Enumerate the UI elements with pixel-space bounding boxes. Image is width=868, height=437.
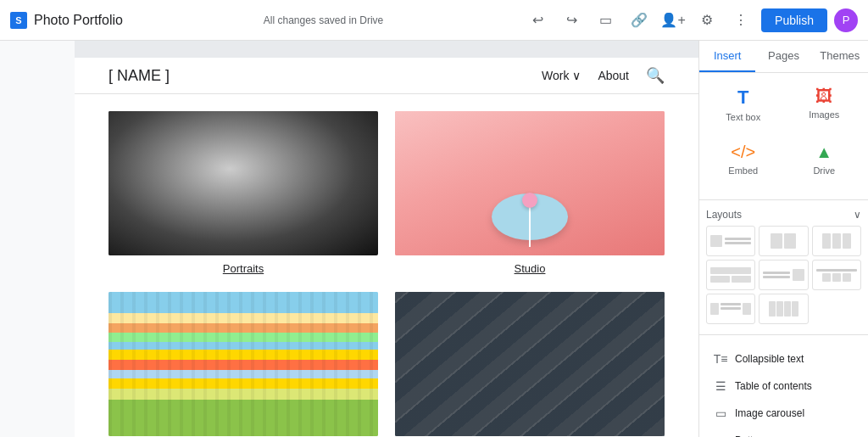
toc-icon: ☰ [713,379,728,393]
list-item-table-of-contents[interactable]: ☰ Table of contents [706,373,861,400]
photo-label-portraits[interactable]: Portraits [223,262,264,275]
layout-option-8[interactable] [759,294,808,324]
layout-img-a [822,233,831,249]
layout-img-2 [784,233,796,249]
photo-box-parking[interactable] [395,292,665,436]
nav-item-work[interactable]: Work ∨ [542,69,581,82]
insert-text-box[interactable]: T Text box [706,80,781,129]
layout-img-right [793,269,804,281]
collapsible-text-label: Collapsible text [735,353,804,365]
layout-sm-line-2 [721,307,741,310]
layout-option-3[interactable] [812,226,861,256]
list-item-collapsible-text[interactable]: T≡ Collapsible text [706,345,861,373]
layout-full [710,267,751,274]
site-search-icon[interactable]: 🔍 [646,66,665,85]
layout-4col-4 [792,301,798,317]
user-avatar[interactable]: P [834,8,858,32]
photo-box-building[interactable] [108,292,378,436]
app-title: Photo Portfolio [34,13,123,28]
topbar-center: All changes saved in Drive [130,14,517,26]
photo-box-portraits[interactable] [108,111,378,255]
layout-img-c [843,233,851,249]
drive-icon: ▲ [815,143,832,162]
more-button[interactable]: ⋮ [727,7,754,34]
layout-line [725,238,751,240]
lollipop-ball [522,193,537,208]
layout-option-4[interactable] [706,260,755,290]
layout-sm-img-2 [743,303,751,315]
app-logo: S Photo Portfolio [10,12,123,29]
layout-half-1 [710,276,730,283]
list-item-image-carousel[interactable]: ▭ Image carousel [706,400,861,427]
nav-about-label: About [598,69,629,82]
tab-themes[interactable]: Themes [812,41,868,72]
layout-grid-3 [843,273,851,282]
photo-label-studio[interactable]: Studio [515,262,546,275]
page: [ NAME ] Work ∨ About 🔍 Portraits [75,58,698,437]
main-layout: [ NAME ] Work ∨ About 🔍 Portraits [0,41,868,437]
layout-grid-1 [822,273,831,282]
left-margin [0,41,75,437]
right-panel: Insert Pages Themes T Text box 🖼 Images [698,41,868,437]
tab-insert[interactable]: Insert [699,41,755,72]
layout-option-5[interactable] [759,260,808,290]
layout-sm-img [710,303,719,315]
link-button[interactable]: 🔗 [626,7,653,34]
avatar-letter: P [843,14,850,26]
layout-line [725,242,751,244]
carousel-icon: ▭ [713,406,728,420]
preview-button[interactable]: ▭ [592,7,619,34]
photo-item-portraits: Portraits [108,111,378,275]
layout-4col-1 [769,301,776,317]
insert-items-section: T Text box 🖼 Images </> Embed ▲ Drive [699,73,868,196]
layouts-expand-icon: ∨ [854,209,861,221]
insert-embed[interactable]: </> Embed [706,136,781,182]
text-box-icon: T [737,87,748,109]
nav-work-label: Work ∨ [542,69,581,82]
list-item-button[interactable]: ▬ Button [706,427,861,437]
topbar: S Photo Portfolio All changes saved in D… [0,0,868,41]
saved-status: All changes saved in Drive [264,14,383,26]
layout-4col-2 [776,301,783,317]
carousel-label: Image carousel [735,407,804,419]
site-title: [ NAME ] [108,67,170,85]
insert-images[interactable]: 🖼 Images [787,80,862,129]
layout-options-grid [699,226,868,331]
canvas: [ NAME ] Work ∨ About 🔍 Portraits [75,41,698,437]
layouts-header: Layouts ∨ [699,204,868,226]
layout-option-2[interactable] [759,226,808,256]
button-icon: ▬ [713,434,728,437]
tab-pages[interactable]: Pages [755,41,811,72]
layout-half-2 [732,276,751,283]
layout-option-1[interactable] [706,226,755,256]
photo-item-studio: Studio [395,111,665,275]
layout-img-1 [771,233,782,249]
embed-label: Embed [728,165,758,176]
publish-button[interactable]: Publish [761,8,827,32]
photo-item-building [108,292,378,437]
layout-sm-line-1 [721,303,741,305]
photo-item-parking [395,292,665,437]
layout-line-left-2 [763,276,789,278]
drive-label: Drive [813,165,835,176]
redo-button[interactable]: ↪ [558,7,585,34]
parking-lines [395,292,665,436]
insert-drive[interactable]: ▲ Drive [787,136,862,182]
toc-label: Table of contents [735,380,812,392]
site-nav-right: Work ∨ About 🔍 [542,66,665,85]
nav-item-about[interactable]: About [598,69,629,82]
photo-box-studio[interactable] [395,111,665,255]
settings-button[interactable]: ⚙ [693,7,721,34]
divider-2 [699,334,868,335]
site-nav: [ NAME ] Work ∨ About 🔍 [75,58,698,94]
add-editor-button[interactable]: 👤+ [659,7,687,34]
panel-tabs: Insert Pages Themes [699,41,868,73]
text-box-label: Text box [726,112,760,122]
layout-option-6[interactable] [812,260,861,290]
panel-list-section: T≡ Collapsible text ☰ Table of contents … [699,339,868,437]
topbar-actions: ↩ ↪ ▭ 🔗 👤+ ⚙ ⋮ Publish P [524,7,858,34]
layout-option-7[interactable] [706,294,755,324]
images-icon: 🖼 [815,87,832,106]
undo-button[interactable]: ↩ [524,7,551,34]
layout-top-line [816,269,857,272]
